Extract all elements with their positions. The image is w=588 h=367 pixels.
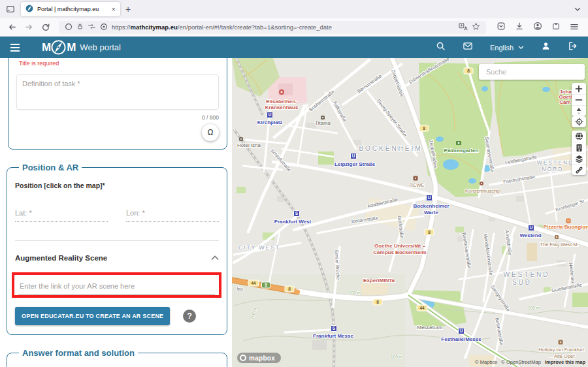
container-tabs-icon[interactable] bbox=[88, 23, 96, 31]
poi-label: ExperiMINTa bbox=[363, 278, 395, 283]
shield-icon[interactable] bbox=[65, 23, 73, 32]
answer-format-legend: Answer format and solution bbox=[19, 348, 138, 358]
reload-button[interactable] bbox=[39, 21, 52, 34]
svg-text:8: 8 bbox=[467, 69, 470, 73]
restaurant-icon bbox=[566, 219, 571, 223]
svg-text:8: 8 bbox=[423, 126, 425, 131]
locate-button[interactable] bbox=[572, 116, 586, 127]
poi-label: Konzertmuschel bbox=[465, 188, 500, 194]
language-selector[interactable]: English bbox=[490, 44, 524, 52]
improve-map-link[interactable]: Improve this map bbox=[545, 359, 585, 365]
lon-field[interactable]: Lon: * bbox=[126, 209, 219, 222]
url-bar[interactable]: https://mathcitymap.eu/en/portal-en/#!/t… bbox=[59, 21, 486, 34]
contour-label: 100 m bbox=[528, 306, 540, 310]
logout-icon[interactable] bbox=[568, 41, 578, 54]
mcm-logo[interactable]: M M Web portal bbox=[42, 39, 121, 56]
tilt-control[interactable] bbox=[572, 105, 586, 116]
lock-icon[interactable] bbox=[76, 23, 84, 31]
definition-textarea[interactable] bbox=[17, 75, 218, 106]
translate-icon[interactable] bbox=[459, 23, 468, 32]
app-header: M M Web portal English bbox=[0, 37, 588, 58]
char-counter: 0 / 800 bbox=[16, 114, 219, 121]
app-name: Web portal bbox=[80, 42, 121, 52]
search-icon[interactable] bbox=[436, 41, 446, 54]
open-educatar-button[interactable]: OPEN EDUCATAR.EU TO CREATE AN AR SCENE bbox=[15, 307, 170, 325]
station-label: Kirchplatz bbox=[257, 120, 283, 125]
station-label: Festhalle/Messe bbox=[441, 336, 482, 342]
bar-icon bbox=[555, 235, 559, 239]
ar-link-highlight-box bbox=[12, 272, 221, 298]
station-label: Leipziger Straße bbox=[335, 161, 376, 167]
position-ar-section: Position & AR Position [click on the map… bbox=[7, 163, 227, 335]
station-label: Warte bbox=[424, 210, 438, 215]
permissions-icon[interactable] bbox=[100, 23, 108, 32]
map-style-controls bbox=[572, 131, 586, 175]
svg-text:8: 8 bbox=[376, 300, 379, 304]
poi-label: Goethe Universität – bbox=[374, 243, 425, 249]
map-pane: 8 8 8 44 5 8 8 44 bbox=[232, 58, 588, 367]
zoom-in-button[interactable] bbox=[572, 83, 586, 94]
area-label: WESTEND bbox=[537, 159, 574, 166]
answer-format-section: Answer format and solution Task type and… bbox=[7, 348, 227, 367]
share-link-button[interactable] bbox=[572, 164, 586, 175]
back-button[interactable] bbox=[5, 21, 18, 34]
poi-label: Hotel Isha bbox=[237, 142, 261, 148]
bookmark-star-icon[interactable] bbox=[472, 22, 480, 32]
buildings-3d-button[interactable] bbox=[572, 142, 586, 153]
poi-label: – Alte Oper bbox=[550, 353, 575, 359]
extensions-icon[interactable] bbox=[551, 22, 561, 33]
sidebar-menu-icon[interactable] bbox=[10, 44, 20, 52]
svg-text:U: U bbox=[530, 225, 533, 230]
lodging-icon bbox=[559, 340, 563, 345]
ar-scene-title: Augmented Reality Scene bbox=[15, 254, 107, 262]
svg-text:8: 8 bbox=[288, 287, 291, 291]
mapbox-attribution-link[interactable]: © Mapbox bbox=[475, 359, 497, 365]
help-button[interactable]: ? bbox=[183, 310, 196, 323]
svg-text:44: 44 bbox=[419, 306, 425, 310]
area-label: CITY WEST bbox=[238, 244, 280, 251]
browser-tab[interactable]: Portal | mathcitymap.eu × bbox=[21, 2, 120, 16]
svg-text:U: U bbox=[460, 328, 463, 333]
special-characters-button[interactable]: Ω bbox=[202, 124, 219, 141]
poi-label: REWE bbox=[410, 182, 425, 188]
poi-label: Palmengarten bbox=[444, 148, 479, 153]
new-tab-button[interactable]: + bbox=[125, 4, 131, 14]
map-canvas[interactable]: 8 8 8 44 5 8 8 44 bbox=[232, 58, 588, 367]
hospital-icon bbox=[279, 89, 284, 95]
osm-attribution-link[interactable]: © OpenStreetMap bbox=[501, 359, 541, 365]
account-icon[interactable] bbox=[533, 22, 542, 33]
ar-link-input[interactable] bbox=[18, 280, 215, 295]
mapbox-logo-icon bbox=[240, 355, 246, 361]
mapbox-logo[interactable]: mapbox bbox=[237, 353, 281, 363]
task-form-pane: Title is required 0 / 800 Ω Position & A… bbox=[0, 58, 232, 367]
station-label: Bockenheimer bbox=[413, 203, 449, 209]
station-label: Westend bbox=[519, 232, 541, 238]
area-label: BOCKENHEIM bbox=[359, 145, 422, 152]
poi-label: The Flag West M. bbox=[540, 242, 578, 247]
download-icon[interactable] bbox=[515, 22, 524, 33]
lat-field[interactable]: Lat: * bbox=[15, 209, 108, 222]
tab-overflow-chevron-icon[interactable] bbox=[572, 4, 583, 14]
menu-icon[interactable] bbox=[570, 22, 579, 33]
pocket-icon[interactable] bbox=[497, 22, 506, 33]
user-icon[interactable] bbox=[541, 41, 551, 54]
layers-button[interactable] bbox=[572, 153, 586, 164]
task-info-card: Title is required 0 / 800 Ω bbox=[8, 58, 227, 150]
mail-icon[interactable] bbox=[463, 41, 473, 54]
collapse-chevron-icon[interactable] bbox=[211, 255, 219, 261]
poi-label: Cam bbox=[559, 99, 570, 105]
forward-button[interactable] bbox=[22, 21, 35, 34]
firefox-view-icon[interactable] bbox=[5, 4, 16, 14]
poi-label: Krankenhaus bbox=[265, 104, 299, 110]
zoom-controls bbox=[572, 83, 586, 116]
station-label: Frankfurt West bbox=[274, 219, 312, 225]
globe-view-button[interactable] bbox=[572, 131, 586, 142]
poi-label: Campus Bockenheim bbox=[373, 249, 426, 255]
tab-close-icon[interactable]: × bbox=[112, 6, 116, 13]
station-label: Frankfurt Messe bbox=[313, 333, 353, 339]
zoom-out-button[interactable] bbox=[572, 94, 586, 105]
map-search-input[interactable] bbox=[479, 64, 585, 80]
compass-icon bbox=[50, 39, 67, 56]
url-text: https://mathcitymap.eu/en/portal-en/#!/t… bbox=[112, 24, 332, 31]
map-attribution: © Mapbox © OpenStreetMap Improve this ma… bbox=[475, 359, 585, 365]
